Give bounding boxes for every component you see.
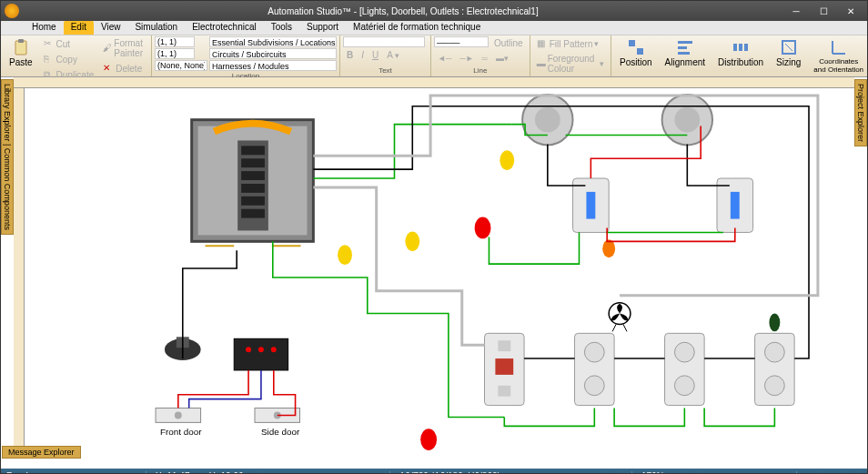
project-explorer-tab[interactable]: Project Explorer bbox=[854, 79, 867, 146]
underline-button[interactable]: U bbox=[368, 48, 382, 62]
line-color-button[interactable]: ▬▾ bbox=[492, 52, 512, 65]
circuits-dropdown[interactable]: Circuits / Subcircuits bbox=[209, 48, 337, 59]
smoke-detector-right bbox=[662, 95, 712, 145]
svg-point-25 bbox=[674, 107, 700, 133]
tab-tools[interactable]: Tools bbox=[264, 21, 299, 35]
pattern-icon: ▦ bbox=[537, 38, 548, 49]
ribbon-group-clipboard: Paste ✂Cut ⎘Copy ⧉Duplicate 🖌Format Pain… bbox=[1, 35, 152, 76]
svg-point-45 bbox=[584, 342, 604, 362]
tab-simulation[interactable]: Simulation bbox=[127, 21, 185, 35]
outline-button[interactable]: Outline bbox=[490, 36, 527, 50]
tab-view[interactable]: View bbox=[94, 21, 128, 35]
svg-point-33 bbox=[246, 347, 251, 352]
tab-home[interactable]: Home bbox=[25, 21, 64, 35]
line-caps-button[interactable]: ═ bbox=[479, 52, 491, 65]
diagram-canvas[interactable]: Front door Side door bbox=[25, 88, 854, 458]
light-switch-2 bbox=[717, 178, 753, 232]
svg-point-53 bbox=[769, 314, 780, 332]
copy-icon: ⎘ bbox=[44, 54, 55, 65]
app-logo-icon bbox=[5, 4, 19, 18]
wire-nut-red-2 bbox=[420, 429, 437, 450]
svg-point-34 bbox=[258, 347, 264, 352]
svg-point-49 bbox=[674, 376, 694, 396]
foreground-colour-button[interactable]: ▬Foreground Colour ▾ bbox=[533, 52, 608, 76]
smoke-detector-left bbox=[522, 95, 572, 145]
svg-point-51 bbox=[764, 342, 784, 362]
svg-point-52 bbox=[764, 376, 784, 396]
minimize-button[interactable]: ─ bbox=[783, 3, 809, 19]
gfci-outlet bbox=[485, 333, 525, 405]
close-button[interactable]: ✕ bbox=[838, 3, 863, 19]
outlet-4 bbox=[755, 314, 795, 406]
status-selection: A6/Z20 (A6/180, H6/360) bbox=[389, 471, 510, 475]
svg-rect-18 bbox=[241, 197, 265, 206]
svg-point-35 bbox=[271, 347, 277, 352]
outlet-2 bbox=[575, 333, 615, 405]
light-switch-1 bbox=[573, 178, 610, 232]
subdivisions-dropdown[interactable]: Essential Subdivisions / Locations bbox=[209, 36, 337, 47]
wire-nut-yellow-3 bbox=[338, 245, 352, 265]
side-door-label: Side door bbox=[261, 427, 300, 437]
svg-rect-16 bbox=[241, 171, 265, 180]
message-explorer-tab[interactable]: Message Explorer bbox=[2, 446, 81, 459]
ruler-horizontal bbox=[14, 77, 854, 88]
ribbon-group-surface: ▦Fill Pattern ▾ ▬Foreground Colour ▾ ▬Ba… bbox=[530, 35, 611, 76]
svg-point-23 bbox=[535, 107, 560, 133]
tab-electrotechnical[interactable]: Electrotechnical bbox=[185, 21, 264, 35]
ribbon: Paste ✂Cut ⎘Copy ⧉Duplicate 🖌Format Pain… bbox=[1, 35, 867, 77]
cut-button[interactable]: ✂Cut bbox=[40, 36, 98, 51]
status-zoom[interactable]: 176% bbox=[631, 471, 674, 475]
tab-training[interactable]: Matériel de formation technique bbox=[346, 21, 488, 35]
brush-icon: 🖌 bbox=[103, 43, 112, 54]
status-coords: X=11.47 cm, Y=10.06 cm bbox=[146, 471, 267, 475]
fgcolor-icon: ▬ bbox=[537, 58, 546, 69]
svg-line-56 bbox=[623, 324, 627, 331]
window-title: Automation Studio™ - [Lights, Doorbell, … bbox=[25, 6, 782, 16]
breaker-panel bbox=[192, 120, 314, 247]
ribbon-group-layout: Position Alignment Distribution Sizing C… bbox=[611, 35, 868, 76]
svg-rect-15 bbox=[241, 158, 265, 167]
tab-support[interactable]: Support bbox=[299, 21, 346, 35]
font-color-button[interactable]: A▾ bbox=[383, 48, 403, 62]
svg-rect-41 bbox=[498, 340, 510, 351]
zoom-slider[interactable]: ───●── bbox=[796, 471, 853, 475]
svg-rect-19 bbox=[241, 209, 265, 218]
clipboard-icon bbox=[12, 38, 30, 56]
maximize-button[interactable]: ☐ bbox=[811, 3, 836, 19]
font-family-input[interactable] bbox=[343, 36, 425, 47]
fan-icon bbox=[609, 303, 631, 332]
ribbon-group-location: Essential Subdivisions / Locations Circu… bbox=[152, 35, 340, 76]
sizing-icon bbox=[780, 38, 798, 56]
line-style-dropdown[interactable]: ──── bbox=[434, 36, 489, 47]
bold-button[interactable]: B bbox=[343, 48, 357, 62]
delete-button[interactable]: ✕Delete bbox=[99, 61, 148, 76]
svg-rect-9 bbox=[744, 44, 748, 51]
coord-none-input[interactable] bbox=[155, 60, 207, 71]
svg-rect-42 bbox=[495, 358, 513, 375]
ribbon-group-line: ──── Outline ◄─ ─► ═ ▬▾ Line bbox=[431, 35, 530, 76]
coord-br-input[interactable] bbox=[155, 48, 195, 59]
svg-rect-29 bbox=[731, 192, 740, 219]
position-icon bbox=[627, 38, 645, 56]
menu-bar: Home Edit View Simulation Electrotechnic… bbox=[1, 21, 867, 35]
arrow-end-button[interactable]: ─► bbox=[456, 52, 477, 65]
library-explorer-tab[interactable]: Library Explorer | Common Components bbox=[1, 79, 14, 235]
paste-button[interactable]: Paste bbox=[4, 36, 38, 82]
svg-line-55 bbox=[612, 324, 616, 331]
status-bar: Ready X=11.47 cm, Y=10.06 cm A6/Z20 (A6/… bbox=[1, 469, 867, 474]
coord-tl-input[interactable] bbox=[155, 36, 195, 47]
copy-button[interactable]: ⎘Copy bbox=[40, 52, 98, 66]
format-painter-button[interactable]: 🖌Format Painter bbox=[99, 36, 148, 60]
harnesses-dropdown[interactable]: Harnesses / Modules bbox=[209, 60, 337, 71]
italic-button[interactable]: I bbox=[358, 48, 368, 62]
wire-nut-red-1 bbox=[475, 217, 491, 239]
svg-rect-0 bbox=[15, 41, 26, 55]
arrow-start-button[interactable]: ◄─ bbox=[434, 52, 455, 65]
svg-rect-32 bbox=[234, 338, 288, 370]
svg-rect-6 bbox=[678, 52, 690, 55]
delete-icon: ✕ bbox=[103, 63, 114, 74]
outlet-3 bbox=[665, 333, 705, 405]
tab-edit[interactable]: Edit bbox=[64, 21, 94, 35]
fill-pattern-button[interactable]: ▦Fill Pattern ▾ bbox=[533, 36, 608, 51]
svg-rect-4 bbox=[678, 41, 692, 44]
